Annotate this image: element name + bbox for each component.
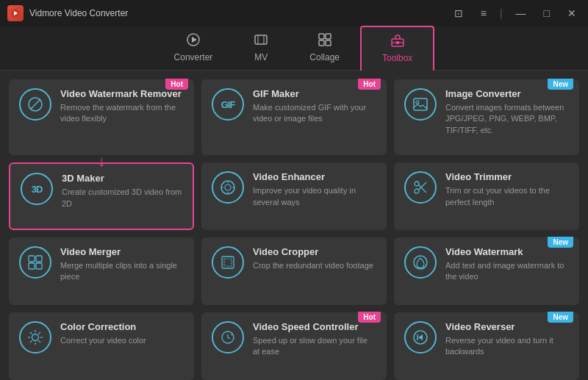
- title-bar-left: Vidmore Video Converter: [7, 5, 128, 21]
- tool-title-gif-maker: GIF Maker: [253, 88, 376, 99]
- tool-icon-video-cropper: [212, 246, 244, 279]
- tool-icon-video-reverser: [404, 321, 437, 354]
- tool-info-video-watermark: Video Watermark Add text and image water…: [445, 246, 569, 283]
- tool-card-image-converter[interactable]: New Image Converter Convert images forma…: [394, 79, 579, 155]
- svg-point-31: [32, 334, 39, 341]
- svg-rect-13: [396, 41, 399, 44]
- svg-rect-16: [414, 98, 427, 110]
- tool-title-video-cropper: Video Cropper: [253, 246, 376, 257]
- tool-title-3d-maker: 3D Maker: [62, 173, 182, 184]
- tool-card-video-trimmer[interactable]: Video Trimmer Trim or cut your videos to…: [394, 162, 579, 230]
- tool-info-video-enhancer: Video Enhancer Improve your video qualit…: [253, 171, 376, 208]
- tool-card-3d-maker[interactable]: 3D 3D Maker Create customized 3D video f…: [9, 162, 194, 230]
- tool-card-video-speed-controller[interactable]: Hot Video Speed Controller Speed up or s…: [201, 312, 387, 380]
- svg-line-36: [30, 332, 32, 334]
- tab-collage[interactable]: Collage: [289, 26, 360, 70]
- svg-point-20: [415, 189, 419, 193]
- svg-rect-29: [224, 259, 232, 266]
- tool-icon-video-watermark-remover: [19, 88, 51, 121]
- tool-info-video-watermark-remover: Video Watermark Remover Remove the water…: [60, 88, 184, 125]
- tab-mv[interactable]: MV: [233, 26, 289, 70]
- tool-card-video-watermark-remover[interactable]: Hot Video Watermark Remover Remove the w…: [9, 79, 194, 155]
- tool-title-video-reverser: Video Reverser: [445, 321, 569, 332]
- badge-video-reverser: New: [548, 312, 573, 323]
- nav-tabs: Converter MV Collage: [0, 26, 588, 71]
- tool-card-video-merger[interactable]: Video Merger Merge multiple clips into a…: [9, 237, 194, 305]
- badge-video-watermark-remover: Hot: [165, 79, 188, 90]
- arrow-indicator: ↓: [98, 153, 105, 170]
- tool-desc-3d-maker: Create customized 3D video from 2D: [62, 187, 182, 209]
- tool-icon-video-trimmer: [404, 171, 437, 204]
- tool-desc-video-enhancer: Improve your video quality in several wa…: [253, 185, 376, 208]
- tool-info-video-trimmer: Video Trimmer Trim or cut your videos to…: [445, 171, 569, 208]
- tool-title-video-speed-controller: Video Speed Controller: [253, 321, 376, 332]
- svg-rect-4: [255, 35, 267, 44]
- svg-point-17: [416, 101, 419, 104]
- tool-info-video-reverser: Video Reverser Reverse your video and tu…: [445, 321, 569, 358]
- app-title: Vidmore Video Converter: [29, 8, 128, 18]
- svg-rect-9: [319, 40, 324, 46]
- tool-title-color-correction: Color Correction: [60, 321, 184, 332]
- tool-icon-video-watermark: [404, 246, 437, 279]
- tool-desc-video-watermark: Add text and image watermark to the vide…: [445, 260, 569, 283]
- tool-card-gif-maker[interactable]: Hot GIF GIF Maker Make customized GIF wi…: [201, 79, 387, 155]
- tool-desc-video-cropper: Crop the redundant video footage: [253, 260, 376, 271]
- tool-desc-video-speed-controller: Speed up or slow down your file at ease: [253, 335, 376, 358]
- tab-converter[interactable]: Converter: [154, 26, 234, 70]
- tab-collage-label: Collage: [309, 52, 340, 62]
- tool-title-video-enhancer: Video Enhancer: [253, 171, 376, 182]
- close-btn[interactable]: ✕: [563, 6, 581, 21]
- svg-rect-24: [29, 256, 35, 262]
- tool-title-video-watermark: Video Watermark: [445, 246, 569, 257]
- svg-marker-3: [192, 37, 197, 43]
- tool-info-color-correction: Color Correction Correct your video colo…: [60, 321, 184, 346]
- svg-rect-26: [29, 263, 35, 269]
- tool-card-video-enhancer[interactable]: Video Enhancer Improve your video qualit…: [201, 162, 387, 230]
- minimize-btn[interactable]: —: [512, 6, 531, 21]
- tool-icon-video-enhancer: [212, 171, 244, 204]
- collage-icon: [318, 32, 332, 49]
- tool-card-video-cropper[interactable]: Video Cropper Crop the redundant video f…: [201, 237, 387, 305]
- badge-video-watermark: New: [548, 237, 573, 248]
- tool-info-gif-maker: GIF Maker Make customized GIF with your …: [253, 88, 376, 125]
- maximize-btn[interactable]: □: [539, 6, 554, 21]
- tool-card-video-reverser[interactable]: New Video Reverser Reverse your video an…: [394, 312, 579, 380]
- tool-icon-video-speed-controller: [212, 321, 244, 354]
- tool-icon-3d-maker: 3D: [21, 173, 53, 205]
- tool-title-video-merger: Video Merger: [60, 246, 184, 257]
- toolbox-icon: [390, 33, 405, 50]
- settings-btn[interactable]: ⊡: [450, 6, 467, 21]
- svg-line-38: [39, 332, 41, 334]
- tab-toolbox[interactable]: Toolbox: [360, 26, 434, 71]
- tool-desc-video-watermark-remover: Remove the watermark from the video flex…: [60, 102, 184, 125]
- tool-title-image-converter: Image Converter: [445, 88, 569, 99]
- badge-video-speed-controller: Hot: [358, 312, 381, 323]
- svg-rect-27: [36, 263, 42, 269]
- tool-desc-color-correction: Correct your video color: [60, 335, 184, 346]
- mv-icon: [254, 32, 268, 49]
- tool-title-video-trimmer: Video Trimmer: [445, 171, 569, 182]
- badge-gif-maker: Hot: [358, 79, 381, 90]
- tool-info-video-speed-controller: Video Speed Controller Speed up or slow …: [253, 321, 376, 358]
- converter-icon: [186, 32, 201, 49]
- svg-line-39: [30, 341, 32, 343]
- svg-line-37: [39, 341, 41, 343]
- tool-desc-video-reverser: Reverse your video and turn it backwards: [445, 335, 569, 358]
- tool-info-video-merger: Video Merger Merge multiple clips into a…: [60, 246, 184, 283]
- toolbox-grid: Hot Video Watermark Remover Remove the w…: [0, 71, 588, 380]
- tool-desc-video-trimmer: Trim or cut your videos to the perfect l…: [445, 185, 569, 208]
- tool-desc-gif-maker: Make customized GIF with your video or i…: [253, 102, 376, 125]
- tool-info-3d-maker: 3D Maker Create customized 3D video from…: [62, 173, 182, 209]
- svg-rect-8: [326, 34, 331, 39]
- tool-icon-image-converter: [404, 88, 437, 121]
- tool-card-color-correction[interactable]: Color Correction Correct your video colo…: [9, 312, 194, 380]
- tool-card-video-watermark[interactable]: New Video Watermark Add text and image w…: [394, 237, 579, 305]
- app-logo: [7, 5, 24, 21]
- svg-rect-28: [222, 257, 234, 268]
- tool-title-video-watermark-remover: Video Watermark Remover: [60, 88, 184, 99]
- svg-rect-25: [36, 256, 42, 262]
- svg-point-21: [415, 182, 419, 186]
- tool-info-video-cropper: Video Cropper Crop the redundant video f…: [253, 246, 376, 271]
- tool-info-image-converter: Image Converter Convert images formats b…: [445, 88, 569, 136]
- menu-btn[interactable]: ≡: [476, 6, 491, 21]
